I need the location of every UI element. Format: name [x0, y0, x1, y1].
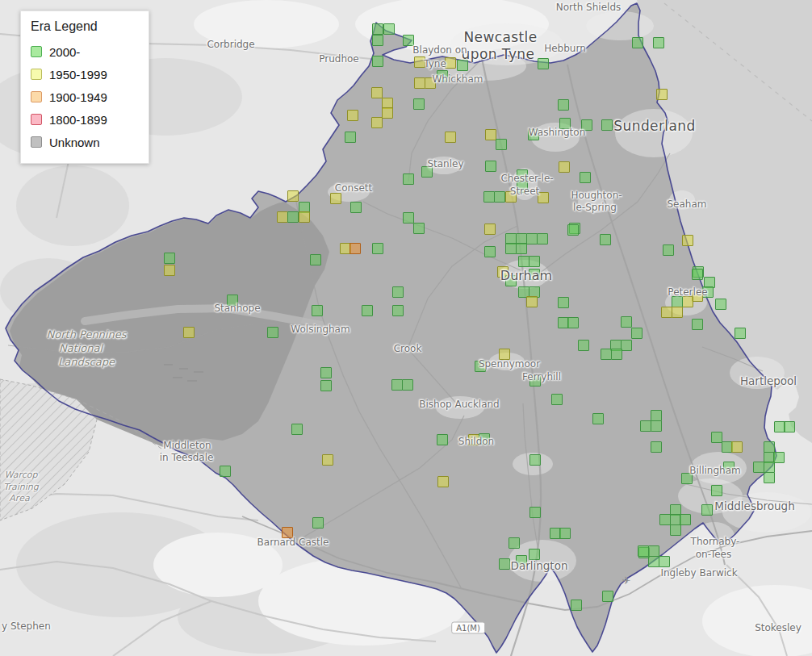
era-square[interactable] [558, 99, 569, 111]
era-square[interactable] [529, 507, 541, 518]
era-square[interactable] [347, 110, 358, 121]
era-square[interactable] [164, 253, 175, 264]
era-square[interactable] [601, 119, 613, 131]
era-square[interactable] [485, 161, 496, 172]
era-square[interactable] [445, 132, 456, 143]
era-square[interactable] [484, 224, 496, 235]
era-square[interactable] [282, 527, 293, 538]
era-square[interactable] [638, 545, 649, 557]
era-square[interactable] [723, 462, 735, 473]
era-square[interactable] [735, 328, 746, 339]
era-square[interactable] [661, 307, 672, 318]
era-square[interactable] [559, 161, 570, 173]
era-square[interactable] [330, 193, 341, 204]
era-square[interactable] [445, 57, 456, 69]
era-square[interactable] [656, 89, 668, 100]
era-square[interactable] [499, 558, 510, 570]
era-square[interactable] [391, 379, 403, 391]
era-square[interactable] [648, 545, 659, 557]
era-square[interactable] [437, 434, 448, 445]
era-square[interactable] [413, 98, 425, 110]
era-square[interactable] [651, 420, 662, 432]
era-square[interactable] [457, 60, 468, 71]
era-square[interactable] [659, 556, 670, 567]
era-square[interactable] [715, 299, 726, 310]
era-square[interactable] [682, 235, 693, 246]
era-square[interactable] [538, 192, 549, 203]
era-square[interactable] [764, 462, 775, 473]
era-square[interactable] [701, 504, 713, 516]
era-square[interactable] [349, 243, 361, 254]
era-square[interactable] [537, 233, 548, 244]
era-square[interactable] [403, 173, 414, 185]
era-square[interactable] [526, 233, 538, 244]
era-square[interactable] [468, 434, 479, 445]
era-square[interactable] [372, 23, 383, 35]
era-square[interactable] [496, 139, 507, 150]
era-square[interactable] [350, 202, 362, 213]
era-square[interactable] [602, 591, 613, 602]
era-square[interactable] [692, 269, 703, 280]
era-square[interactable] [485, 129, 496, 140]
era-square[interactable] [414, 77, 425, 89]
era-square[interactable] [499, 349, 510, 360]
era-square[interactable] [567, 224, 579, 236]
era-square[interactable] [518, 256, 529, 267]
era-square[interactable] [592, 413, 604, 424]
era-square[interactable] [320, 367, 332, 378]
era-square[interactable] [516, 555, 527, 566]
era-square[interactable] [558, 297, 569, 308]
era-square[interactable] [731, 441, 743, 453]
era-square[interactable] [581, 119, 592, 131]
era-square[interactable] [372, 243, 383, 254]
era-square[interactable] [764, 472, 775, 483]
era-square[interactable] [517, 169, 528, 181]
era-square[interactable] [567, 317, 579, 328]
era-square[interactable] [371, 87, 383, 98]
era-square[interactable] [475, 361, 486, 372]
era-square[interactable] [403, 212, 414, 224]
era-square[interactable] [653, 37, 664, 48]
era-square[interactable] [529, 549, 540, 560]
era-square[interactable] [505, 243, 517, 254]
era-square[interactable] [600, 234, 611, 245]
era-square[interactable] [413, 223, 425, 234]
era-square[interactable] [611, 349, 622, 360]
era-square[interactable] [659, 514, 671, 525]
era-square[interactable] [526, 296, 538, 307]
era-square[interactable] [516, 243, 527, 254]
era-square[interactable] [784, 421, 795, 432]
era-square[interactable] [220, 466, 231, 477]
era-square[interactable] [711, 432, 722, 443]
era-square[interactable] [640, 420, 651, 432]
era-square[interactable] [287, 211, 299, 223]
era-square[interactable] [372, 35, 383, 46]
era-square[interactable] [392, 286, 404, 298]
era-square[interactable] [312, 305, 323, 316]
era-square[interactable] [494, 191, 505, 203]
era-square[interactable] [672, 307, 683, 318]
era-square[interactable] [509, 537, 520, 549]
era-square[interactable] [753, 462, 764, 473]
era-square[interactable] [672, 296, 683, 307]
era-square[interactable] [322, 454, 333, 466]
era-square[interactable] [277, 211, 288, 223]
era-square[interactable] [437, 476, 449, 487]
era-square[interactable] [310, 254, 321, 265]
era-square[interactable] [267, 327, 278, 338]
era-square[interactable] [164, 265, 175, 276]
era-square[interactable] [287, 190, 299, 202]
era-square[interactable] [299, 211, 310, 223]
era-square[interactable] [383, 23, 395, 35]
era-square[interactable] [773, 452, 785, 463]
era-square[interactable] [529, 256, 540, 267]
era-square[interactable] [692, 290, 703, 302]
era-square[interactable] [680, 514, 691, 525]
era-square[interactable] [227, 295, 238, 306]
era-square[interactable] [578, 340, 589, 351]
era-square[interactable] [648, 556, 659, 567]
era-square[interactable] [529, 269, 540, 280]
era-square[interactable] [529, 454, 541, 466]
era-square[interactable] [382, 107, 393, 119]
era-square[interactable] [681, 473, 693, 484]
